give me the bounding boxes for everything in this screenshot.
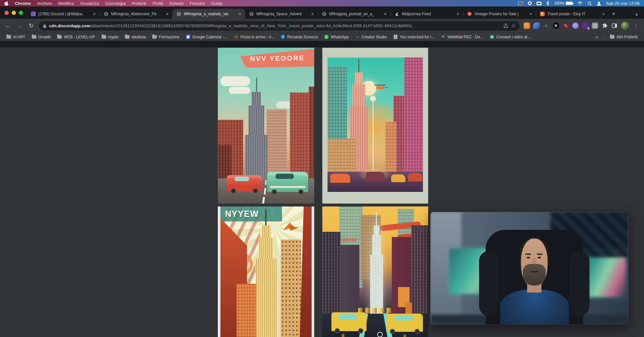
empire-state-spire <box>358 59 359 74</box>
tab-close-icon[interactable]: × <box>601 11 605 17</box>
bookmark-creator-studio[interactable]: ∞Creator Studio <box>353 34 389 40</box>
bookmark-folder-crypto[interactable]: crypto <box>99 34 121 40</box>
menu-preferiti[interactable]: Preferiti <box>132 1 146 6</box>
zoom-window-button[interactable] <box>19 11 23 15</box>
menu-archivio[interactable]: Archivio <box>37 1 52 6</box>
bluetooth-icon[interactable] <box>546 1 549 6</box>
extension-icon-teal-n[interactable]: N <box>543 22 550 29</box>
tab-close-icon[interactable]: × <box>529 11 533 17</box>
extension-icon-gray-grid[interactable] <box>592 22 598 29</box>
forward-icon[interactable]: → <box>16 22 23 29</box>
extension-icon-orange[interactable] <box>524 22 530 29</box>
menu-scheda[interactable]: Scheda <box>169 1 183 6</box>
whatsapp-icon <box>324 35 329 39</box>
poster-title-text: NVV YEOORE <box>250 54 305 63</box>
extensions-puzzle-icon[interactable] <box>601 22 608 29</box>
bookmark-label: WhatsApp <box>331 35 349 39</box>
tab-close-icon[interactable]: × <box>456 11 460 17</box>
menu-chrome[interactable]: Chrome <box>15 1 31 6</box>
menu-finestra[interactable]: Finestra <box>190 1 205 6</box>
tab-close-icon[interactable]: × <box>93 11 96 17</box>
spotlight-search-icon[interactable] <box>588 1 592 6</box>
extension-icon-blue-feather[interactable] <box>533 22 540 29</box>
tab-vintage-posters[interactable]: Vintage Posters for Sale | × <box>463 9 536 19</box>
bookmark-folder-web-level-up[interactable]: WEB - LEVEL-UP <box>55 34 97 40</box>
menu-profili[interactable]: Profili <box>153 1 163 6</box>
tab-close-icon[interactable]: × <box>311 11 315 17</box>
bookmark-video-converter[interactable]: ⇄Converti i video di... <box>487 34 533 40</box>
tab-label: (2765) Discord | @Midjou <box>38 12 90 16</box>
url-domain: cdn.discordapp.com <box>49 23 90 28</box>
back-icon[interactable]: ← <box>4 22 12 29</box>
side-panel-icon[interactable] <box>611 22 618 29</box>
battery-icon <box>566 2 573 5</box>
webcam-overlay[interactable] <box>430 212 629 325</box>
tab-close-icon[interactable]: × <box>165 11 169 17</box>
new-tab-button[interactable]: + <box>609 10 619 19</box>
padlock-icon[interactable] <box>43 24 46 28</box>
empire-state-spire <box>256 78 257 93</box>
fast-user-switch-icon[interactable] <box>597 1 601 6</box>
poster-image-top-left[interactable]: NVV YEOORE <box>218 48 314 204</box>
other-bookmarks-folder[interactable]: Altri Preferiti <box>607 34 640 40</box>
bookmark-facebook-profile[interactable]: fRiccardo Scrocca <box>278 34 320 40</box>
wifi-icon[interactable] <box>577 1 583 5</box>
bookmark-star-icon[interactable]: ☆ <box>512 23 516 29</box>
poster-image-bottom-left[interactable]: NYYEW <box>218 206 314 337</box>
tab-label: MRregista_Watercolor_Pa <box>111 12 163 16</box>
tab-midjourney-feed[interactable]: Midjourney Feed × <box>390 9 463 19</box>
tab-portrait[interactable]: MRregista_portrait_on_a_ × <box>318 9 390 19</box>
tab-etsy[interactable]: E Travel poster - Etsy IT × <box>536 9 609 19</box>
bookmark-you-searched[interactable]: You searched for I... <box>390 34 437 40</box>
extension-icon-purple[interactable] <box>572 22 579 29</box>
apple-menu-icon[interactable] <box>5 1 9 6</box>
window-manager-icon[interactable] <box>537 2 541 5</box>
address-bar[interactable]: cdn.discordapp.com/attachments/101351233… <box>39 21 520 31</box>
share-icon[interactable] <box>504 23 508 28</box>
close-window-button[interactable] <box>5 11 9 15</box>
gmail-icon: M <box>234 35 239 39</box>
menu-visualizza[interactable]: Visualizza <box>80 1 99 6</box>
empire-state-top <box>374 225 379 236</box>
tab-discord[interactable]: (2765) Discord | @Midjou × <box>27 9 100 19</box>
vintage-posters-favicon-icon <box>467 11 472 16</box>
webmail-icon <box>441 35 445 39</box>
extension-icon-key[interactable] <box>563 22 569 29</box>
menu-bar-clock[interactable]: Sab 25 mar 12:08 <box>606 1 639 6</box>
person-torso-polo <box>500 289 569 325</box>
tab-search-chevron-icon[interactable]: ∨ <box>633 12 641 19</box>
extension-icon-black-k[interactable]: K <box>553 22 559 29</box>
chrome-menu-icon[interactable]: ⋮ <box>632 23 640 29</box>
screen-mirroring-icon[interactable] <box>518 2 523 5</box>
tab-close-icon[interactable]: × <box>238 11 242 17</box>
bookmark-folder-ai-art[interactable]: AI ART <box>4 34 28 40</box>
bookmark-folder-growth[interactable]: Growth <box>29 34 54 40</box>
extension-icon-purple-5[interactable]: 5 <box>582 22 588 29</box>
bookmarks-overflow-chevron[interactable]: » <box>593 34 600 39</box>
bookmark-folder-formazione[interactable]: Formazione <box>150 34 182 40</box>
tab-space-adventure[interactable]: MRregista_Space_Advent × <box>245 9 318 19</box>
tab-watercolor-image[interactable]: MRregista_Watercolor_Pa × <box>100 9 172 19</box>
bookmark-whatsapp[interactable]: WhatsApp <box>322 34 351 40</box>
bookmark-folder-idealista[interactable]: idealista <box>122 34 148 40</box>
bookmark-gmail-inbox[interactable]: MPosta in arrivo - ri... <box>231 34 277 40</box>
bookmark-google-calendar[interactable]: Google Calendar -... <box>183 34 230 40</box>
profile-avatar[interactable] <box>621 22 629 30</box>
chair-wing <box>570 251 589 316</box>
battery-indicator[interactable]: 100% <box>554 1 573 6</box>
right-tan-building <box>281 240 301 337</box>
tab-realistic-view-active[interactable]: MRregista_a_realistic_vie × <box>172 9 245 19</box>
menu-cronologia[interactable]: Cronologia <box>105 1 126 6</box>
poster-image-bottom-right[interactable] <box>322 206 428 337</box>
folder-icon <box>6 35 11 39</box>
tab-close-icon[interactable]: × <box>383 11 387 17</box>
reload-icon[interactable]: ↻ <box>27 22 35 29</box>
facebook-icon: f <box>281 35 285 39</box>
taxi-wheel <box>358 328 363 333</box>
bookmark-webmail-pec[interactable]: WebMail PEC - De... <box>438 34 486 40</box>
poster-image-top-right[interactable] <box>322 48 428 204</box>
obs-status-icon[interactable] <box>528 1 532 5</box>
minimize-window-button[interactable] <box>12 11 16 15</box>
menu-modifica[interactable]: Modifica <box>58 1 74 6</box>
menu-guida[interactable]: Guida <box>211 1 222 6</box>
